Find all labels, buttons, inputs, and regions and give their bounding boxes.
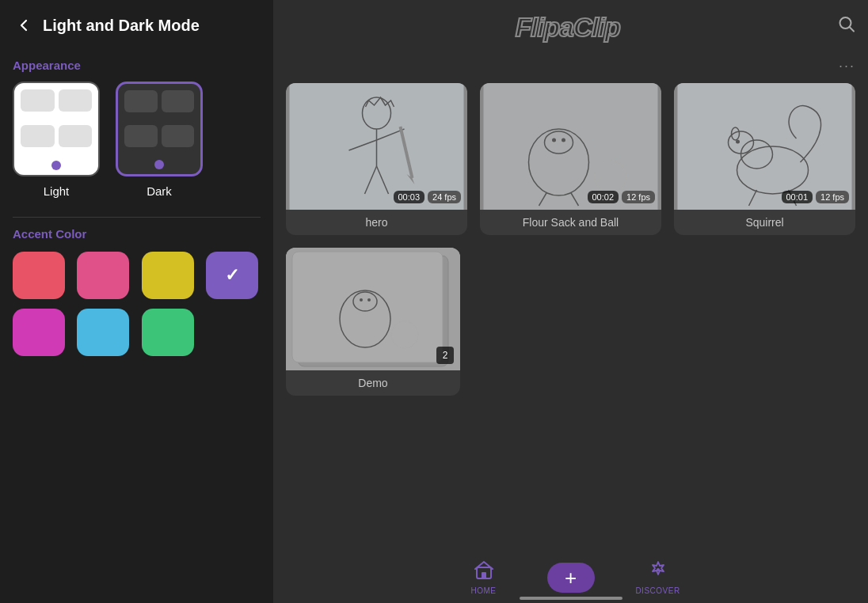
color-swatch-yellow[interactable] (142, 252, 194, 299)
more-options-button[interactable]: ··· (839, 58, 855, 74)
video-info-bar: 00:02 12 fps (588, 191, 656, 203)
mock-dot (154, 160, 164, 169)
mock-cell (162, 125, 195, 147)
duration-badge: 00:01 (782, 191, 813, 203)
color-grid (13, 252, 261, 356)
content-area: ··· (273, 51, 868, 552)
theme-dark-option[interactable]: Dark (116, 82, 203, 198)
fps-badge: 12 fps (622, 191, 655, 203)
video-title-hero: hero (286, 210, 467, 235)
bottom-navigation: HOME + DISCOVER (273, 552, 868, 603)
back-button[interactable] (13, 14, 35, 36)
light-theme-label: Light (44, 184, 70, 198)
mock-cell (21, 125, 55, 147)
video-thumb-flour: 00:02 12 fps (480, 83, 661, 210)
svg-text:FlipaClip: FlipaClip (516, 12, 621, 41)
video-card-hero[interactable]: 00:03 24 fps hero (286, 83, 467, 235)
mock-cell (124, 90, 158, 112)
nav-home[interactable]: HOME (436, 559, 531, 595)
mock-cell (124, 125, 158, 147)
nav-discover[interactable]: DISCOVER (611, 559, 706, 595)
svg-point-25 (736, 140, 740, 144)
divider (13, 217, 261, 218)
video-card-flour[interactable]: 00:02 12 fps Flour Sack and Ball (480, 83, 661, 235)
duration-badge: 00:02 (588, 191, 619, 203)
theme-options: Light Dark (13, 82, 261, 198)
video-info-bar: 00:03 24 fps (394, 191, 462, 203)
appearance-label: Appearance (0, 51, 273, 82)
app-logo: FlipaClip (508, 7, 633, 45)
fps-badge: 24 fps (428, 191, 461, 203)
mock-cell (162, 90, 195, 112)
video-title-demo: Demo (286, 370, 460, 396)
color-swatch-pink[interactable] (77, 252, 129, 299)
add-icon: + (565, 567, 577, 588)
dark-theme-mockup (116, 82, 203, 176)
color-swatch-green[interactable] (142, 309, 194, 356)
color-swatch-magenta[interactable] (13, 309, 65, 356)
accent-color-label: Accent Color (13, 227, 261, 248)
video-grid: 00:03 24 fps hero (286, 83, 855, 235)
home-icon (474, 559, 494, 585)
panel-header: Light and Dark Mode (0, 0, 273, 51)
video-title-squirrel: Squirrel (674, 210, 855, 235)
video-info-bar: 00:01 12 fps (782, 191, 850, 203)
color-swatch-purple[interactable] (206, 252, 258, 299)
mock-dot (51, 161, 61, 170)
svg-rect-30 (292, 252, 443, 362)
discover-nav-label: DISCOVER (635, 586, 680, 595)
home-indicator (520, 597, 622, 600)
svg-point-16 (562, 138, 565, 142)
svg-point-34 (367, 298, 371, 302)
light-theme-mockup (13, 82, 100, 176)
app-header: FlipaClip (273, 0, 868, 51)
main-panel: FlipaClip ··· (273, 0, 868, 603)
stack-badge: 2 (436, 347, 454, 364)
theme-light-option[interactable]: Light (13, 82, 100, 198)
video-card-demo[interactable]: 2 Demo (286, 248, 460, 396)
color-swatch-blue[interactable] (77, 309, 129, 356)
video-thumb-squirrel: 00:01 12 fps (674, 83, 855, 210)
color-swatch-red[interactable] (13, 252, 65, 299)
mock-cell (59, 89, 93, 112)
duration-badge: 00:03 (394, 191, 425, 203)
accent-section: Accent Color (0, 227, 273, 356)
svg-point-33 (360, 298, 363, 302)
svg-line-2 (850, 27, 855, 32)
mock-cell (21, 89, 55, 112)
video-thumb-demo: 2 (286, 248, 460, 370)
fps-badge: 12 fps (816, 191, 849, 203)
svg-point-38 (657, 568, 660, 571)
svg-rect-37 (482, 572, 486, 578)
video-thumb-hero: 00:03 24 fps (286, 83, 467, 210)
svg-point-15 (552, 138, 556, 142)
video-row-2: 2 Demo (286, 248, 855, 396)
dark-theme-label: Dark (147, 184, 172, 198)
video-title-flour: Flour Sack and Ball (480, 210, 661, 235)
settings-panel: Light and Dark Mode Appearance Light (0, 0, 273, 603)
search-button[interactable] (838, 15, 855, 36)
panel-title: Light and Dark Mode (43, 17, 200, 35)
create-button[interactable]: + (547, 563, 595, 593)
home-nav-label: HOME (471, 586, 497, 595)
appearance-section: Light Dark (0, 82, 273, 214)
video-card-squirrel[interactable]: 00:01 12 fps Squirrel (674, 83, 855, 235)
mock-cell (59, 125, 93, 147)
discover-icon (648, 559, 668, 585)
